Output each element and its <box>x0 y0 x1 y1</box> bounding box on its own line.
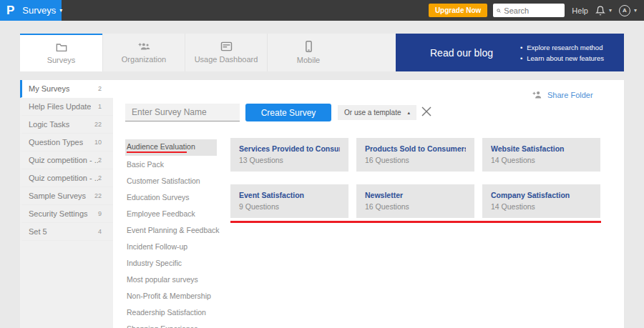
app-switcher-dropdown[interactable]: P Surveys ▾ <box>0 0 62 21</box>
template-card[interactable]: Website Satisfaction 14 Questions <box>482 138 600 172</box>
chevron-up-icon: ▴ <box>407 110 410 116</box>
category-incident-follow-up[interactable]: Incident Follow-up <box>125 238 217 254</box>
folder-count: 2 <box>98 174 102 182</box>
template-question-count: 16 Questions <box>365 156 466 164</box>
share-folder-link[interactable]: Share Folder <box>532 90 593 99</box>
chevron-down-icon: ▾ <box>609 7 612 14</box>
template-question-count: 14 Questions <box>491 156 592 164</box>
main-panel: Share Folder Create Survey Or use a temp… <box>113 80 624 328</box>
brand-logo: P <box>6 4 14 16</box>
chevron-down-icon: ▾ <box>634 7 637 14</box>
template-card-grid: Services Provided to Consumers 13 Questi… <box>230 138 601 218</box>
add-users-icon <box>138 41 150 51</box>
tab-mobile[interactable]: Mobile <box>267 34 349 71</box>
tab-surveys[interactable]: Surveys <box>20 34 102 71</box>
blog-bullet: Explore research method <box>520 42 604 53</box>
folder-count: 22 <box>94 192 102 199</box>
category-industry-specific[interactable]: Industry Specific <box>125 254 217 271</box>
use-template-dropdown[interactable]: Or use a template ▴ <box>338 105 416 120</box>
template-question-count: 13 Questions <box>239 156 340 164</box>
category-employee-feedback[interactable]: Employee Feedback <box>125 205 217 222</box>
template-card[interactable]: Newsletter 16 Questions <box>356 184 474 218</box>
folder-count: 2 <box>98 85 102 92</box>
close-icon[interactable] <box>421 106 432 117</box>
topbar-right: Upgrade Now Help ▾ A ▾ <box>429 0 644 21</box>
mobile-phone-icon <box>305 41 313 52</box>
category-basic-pack[interactable]: Basic Pack <box>125 156 217 172</box>
survey-name-input[interactable] <box>125 104 240 121</box>
sidebar-item-quiz-competition-1[interactable]: Quiz competition - ... 2 <box>20 151 113 169</box>
template-title: Products Sold to Consumers <box>365 144 466 153</box>
category-readership-satisfaction[interactable]: Readership Satisfaction <box>125 304 217 320</box>
tabstrip: Surveys Organization Usage Dashboard Mob… <box>20 34 624 71</box>
template-title: Website Satisfaction <box>491 144 592 153</box>
folders-sidebar: My Surveys 2 Help Files Update 1 Logic T… <box>20 80 113 328</box>
template-question-count: 14 Questions <box>491 202 592 211</box>
category-most-popular-surveys[interactable]: Most popular surveys <box>125 271 217 287</box>
folder-count: 10 <box>94 139 102 146</box>
sidebar-item-my-surveys[interactable]: My Surveys 2 <box>20 80 113 98</box>
avatar: A <box>619 5 630 16</box>
search-box[interactable] <box>493 4 565 17</box>
notifications-menu[interactable]: ▾ <box>595 6 612 16</box>
blog-banner-bullets: Explore research method Learn about new … <box>520 42 604 64</box>
chevron-down-icon: ▾ <box>59 7 62 14</box>
template-title: Newsletter <box>365 191 466 199</box>
category-audience-evaluation[interactable]: Audience Evaluation <box>125 139 217 156</box>
sidebar-item-security-settings[interactable]: Security Settings 9 <box>20 205 113 223</box>
topbar: P Surveys ▾ Upgrade Now Help ▾ A ▾ <box>0 0 644 21</box>
template-title: Event Satisfaction <box>239 191 340 199</box>
app-menu-label: Surveys <box>22 5 56 16</box>
template-card[interactable]: Company Satisfaction 14 Questions <box>482 184 600 218</box>
folder-count: 22 <box>94 121 102 128</box>
bell-icon <box>595 6 605 16</box>
sidebar-item-logic-tasks[interactable]: Logic Tasks 22 <box>20 116 113 134</box>
search-icon <box>497 7 501 14</box>
red-annotation-line <box>230 221 601 223</box>
category-customer-satisfaction[interactable]: Customer Satisfaction <box>125 172 217 189</box>
folder-count: 4 <box>98 228 102 235</box>
app-window: P Surveys ▾ Upgrade Now Help ▾ A ▾ Surve <box>0 0 644 328</box>
folder-count: 9 <box>98 210 102 217</box>
folder-count: 1 <box>98 103 102 110</box>
template-card[interactable]: Event Satisfaction 9 Questions <box>230 184 348 218</box>
upgrade-now-button[interactable]: Upgrade Now <box>429 4 487 17</box>
sidebar-item-help-files-update[interactable]: Help Files Update 1 <box>20 98 113 116</box>
template-title: Services Provided to Consumers <box>239 144 340 153</box>
sidebar-item-sample-surveys[interactable]: Sample Surveys 22 <box>20 187 113 205</box>
help-link[interactable]: Help <box>572 6 588 15</box>
tab-usage-dashboard[interactable]: Usage Dashboard <box>185 34 267 71</box>
search-input[interactable] <box>504 6 561 15</box>
folder-count: 2 <box>98 156 102 164</box>
dashboard-icon <box>220 41 233 51</box>
blog-banner-title: Read our blog <box>430 47 493 59</box>
share-folder-label: Share Folder <box>547 91 593 99</box>
template-card[interactable]: Products Sold to Consumers 16 Questions <box>356 138 474 172</box>
template-card[interactable]: Services Provided to Consumers 13 Questi… <box>230 138 348 172</box>
template-title: Company Satisfaction <box>491 191 592 199</box>
tabstrip-filler <box>349 34 396 71</box>
template-question-count: 16 Questions <box>365 202 466 211</box>
sidebar-item-question-types[interactable]: Question Types 10 <box>20 134 113 151</box>
sidebar-item-quiz-competition-2[interactable]: Quiz competition - ... 2 <box>20 169 113 187</box>
template-question-count: 9 Questions <box>239 202 340 211</box>
category-event-planning-feedback[interactable]: Event Planning & Feedback <box>125 222 217 238</box>
category-shopping-experience[interactable]: Shopping Experience <box>125 320 217 328</box>
category-non-profit-membership[interactable]: Non-Profit & Membership <box>125 287 217 304</box>
category-education-surveys[interactable]: Education Surveys <box>125 189 217 205</box>
red-annotation-underline <box>127 151 187 153</box>
blog-bullet: Learn about new features <box>520 53 604 64</box>
add-user-icon <box>532 90 543 99</box>
blog-banner[interactable]: Read our blog Explore research method Le… <box>396 34 624 71</box>
create-survey-button[interactable]: Create Survey <box>245 104 331 121</box>
tab-organization[interactable]: Organization <box>102 34 185 71</box>
template-category-list: Audience Evaluation Basic Pack Customer … <box>125 139 217 328</box>
folder-icon <box>56 42 67 52</box>
sidebar-item-set-5[interactable]: Set 5 4 <box>20 223 113 241</box>
account-menu[interactable]: A ▾ <box>619 5 637 16</box>
